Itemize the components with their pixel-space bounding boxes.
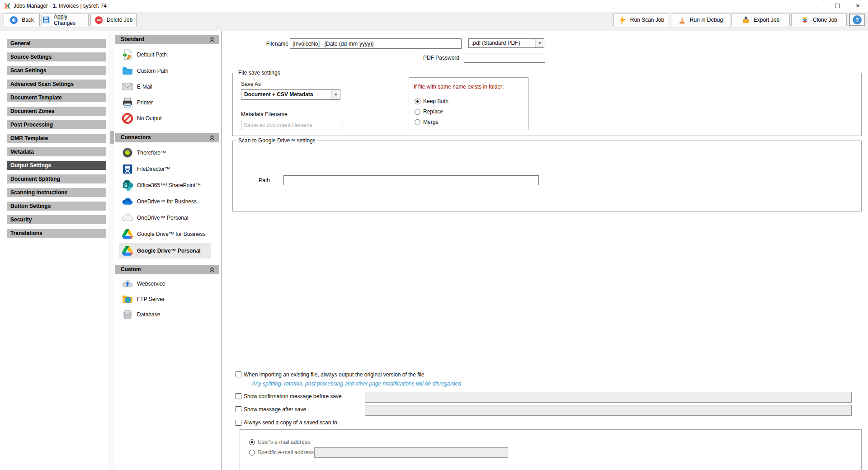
- sharepoint-icon: S: [122, 179, 133, 191]
- settings-content: Filename .pdf (Standard PDF) ▼ PDF Passw…: [222, 31, 868, 470]
- sidebar-item-document-splitting[interactable]: Document Splitting: [7, 174, 106, 183]
- dropdown-arrow-icon: ▼: [535, 39, 544, 47]
- delete-icon: [94, 16, 103, 24]
- output-item-therefore[interactable]: Therefore™: [115, 145, 219, 160]
- send-copy-label[interactable]: Always send a copy of a saved scan to:: [244, 419, 339, 426]
- run-in-debug-button[interactable]: Run in Debug: [671, 14, 730, 26]
- import-original-label[interactable]: When importing an existing file, always …: [244, 371, 425, 378]
- sidebar-item-security[interactable]: Security: [7, 215, 106, 224]
- output-item-google-drive-business[interactable]: Google Drive™ for Business: [115, 226, 219, 242]
- output-item-no-output[interactable]: No Output: [115, 111, 219, 126]
- import-original-note: Any splitting, rotation, post processing…: [252, 381, 461, 387]
- output-item-database[interactable]: Database: [115, 307, 219, 322]
- save-icon: [42, 16, 50, 24]
- sidebar-item-general[interactable]: General: [7, 39, 106, 48]
- send-copy-checkbox[interactable]: [236, 420, 241, 426]
- window-title: Jobs Manager - 1. Invoices | sysref: 74: [14, 0, 107, 12]
- specific-email-input[interactable]: [314, 447, 508, 458]
- sidebar-item-translations[interactable]: Translations: [7, 229, 106, 238]
- section-header-custom[interactable]: Custom: [115, 265, 219, 274]
- specific-email-radio[interactable]: [249, 450, 255, 456]
- sidebar-item-advanced-scan-settings[interactable]: Advanced Scan Settings: [7, 80, 106, 89]
- output-item-webservice[interactable]: Webservice: [115, 276, 219, 291]
- confirm-before-save-checkbox[interactable]: [236, 393, 241, 399]
- output-item-printer[interactable]: Printer: [115, 95, 219, 110]
- back-icon: [9, 16, 18, 24]
- output-item-email[interactable]: E-Mail: [115, 79, 219, 94]
- onedrive-business-icon: [122, 196, 133, 207]
- delete-job-button[interactable]: Delete Job: [90, 14, 137, 26]
- sidebar-item-button-settings[interactable]: Button Settings: [7, 202, 106, 211]
- sidebar-item-post-processing[interactable]: Post Processing: [7, 120, 106, 129]
- minimize-button[interactable]: –: [807, 0, 827, 12]
- sidebar-item-scan-settings[interactable]: Scan Settings: [7, 66, 106, 75]
- no-entry-icon: [122, 113, 133, 124]
- pdf-password-input[interactable]: [464, 53, 545, 63]
- replace-radio[interactable]: [415, 109, 420, 115]
- specific-email-label[interactable]: Specific e-mail address: [258, 449, 314, 456]
- keep-both-label[interactable]: Keep Both: [423, 98, 448, 104]
- gdrive-path-input[interactable]: [283, 175, 539, 185]
- sidebar-scrollbar[interactable]: [109, 31, 115, 470]
- after-save-message-input[interactable]: [365, 405, 852, 416]
- section-header-standard[interactable]: Standard: [115, 35, 219, 44]
- sidebar-item-output-settings[interactable]: Output Settings: [7, 161, 106, 170]
- collapse-chevron-icon: [210, 37, 214, 42]
- format-dropdown[interactable]: .pdf (Standard PDF) ▼: [468, 38, 544, 48]
- output-type-panel: Standard Default Path: [115, 31, 222, 470]
- ftp-folder-globe-icon: [122, 293, 133, 305]
- output-item-onedrive-personal[interactable]: OneDrive™ Personal: [115, 210, 219, 226]
- close-button[interactable]: ✕: [848, 0, 868, 12]
- apply-changes-button[interactable]: Apply Changes: [42, 14, 89, 26]
- section-header-connectors[interactable]: Connectors: [115, 133, 219, 142]
- dropdown-arrow-icon: ▼: [331, 90, 340, 99]
- output-item-filedirector[interactable]: FileDirector™: [115, 161, 219, 177]
- webservice-cloud-icon: [122, 278, 133, 290]
- scrollbar-thumb[interactable]: [110, 131, 114, 144]
- sidebar-item-metadata[interactable]: Metadata: [7, 147, 106, 156]
- export-job-button[interactable]: Export Job: [731, 14, 790, 26]
- merge-radio[interactable]: [415, 119, 420, 125]
- confirm-before-save-label[interactable]: Show confirmation message before save: [244, 393, 342, 400]
- output-item-office365-sharepoint[interactable]: S Office365™/ SharePoint™: [115, 178, 219, 193]
- save-as-dropdown[interactable]: Document + CSV Metadata ▼: [241, 89, 340, 100]
- clone-job-button[interactable]: Clone Job: [791, 14, 847, 26]
- sidebar-item-document-template[interactable]: Document Template: [7, 93, 106, 102]
- google-drive-icon: [122, 245, 133, 257]
- metadata-filename-input[interactable]: [241, 120, 343, 130]
- output-item-default-path[interactable]: Default Path: [115, 47, 219, 62]
- file-save-settings-title: File save settings: [236, 70, 282, 76]
- output-item-onedrive-business[interactable]: OneDrive™ for Business: [115, 194, 219, 209]
- run-scan-job-button[interactable]: Run Scan Job: [613, 14, 669, 26]
- user-email-radio[interactable]: [249, 439, 255, 445]
- output-item-ftp-server[interactable]: FTP Server: [115, 291, 219, 307]
- filedirector-icon: [122, 163, 133, 175]
- sidebar-item-scanning-instructions[interactable]: Scanning Instructions: [7, 188, 106, 197]
- svg-text:S: S: [124, 183, 127, 188]
- metadata-filename-label: Metadata Filename: [241, 111, 288, 118]
- help-button[interactable]: ?: [849, 14, 865, 26]
- default-path-icon: [122, 49, 133, 61]
- merge-label[interactable]: Merge: [423, 119, 439, 125]
- message-after-save-checkbox[interactable]: [236, 406, 241, 412]
- message-after-save-label[interactable]: Show message after save: [244, 406, 306, 413]
- traffic-cone-icon: [678, 16, 686, 24]
- back-button[interactable]: Back: [4, 14, 40, 26]
- user-email-label[interactable]: User's e-mail address: [258, 439, 310, 445]
- collapse-chevron-icon: [210, 267, 214, 272]
- sidebar-item-source-settings[interactable]: Source Settings: [7, 52, 106, 61]
- app-logo-icon: [4, 2, 11, 9]
- app-window: Jobs Manager - 1. Invoices | sysref: 74 …: [0, 0, 868, 470]
- output-item-google-drive-personal[interactable]: Google Drive™ Personal: [119, 243, 211, 258]
- keep-both-radio[interactable]: [415, 99, 420, 104]
- sidebar-item-document-zones[interactable]: Document Zones: [7, 107, 106, 116]
- printer-icon: [122, 97, 133, 108]
- save-as-label: Save As: [241, 81, 261, 87]
- sidebar-item-omr-template[interactable]: OMR Template: [7, 134, 106, 143]
- filename-input[interactable]: [290, 38, 462, 49]
- replace-label[interactable]: Replace: [423, 108, 443, 115]
- maximize-button[interactable]: [827, 0, 848, 12]
- output-item-custom-path[interactable]: Custom Path: [115, 63, 219, 79]
- import-original-checkbox[interactable]: [236, 371, 241, 377]
- confirm-message-input[interactable]: [365, 392, 852, 403]
